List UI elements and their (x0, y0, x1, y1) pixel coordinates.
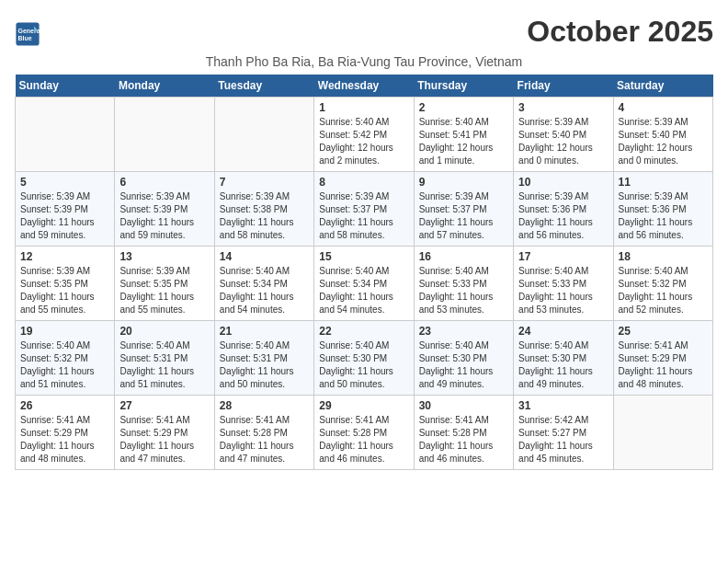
day-number: 30 (419, 399, 508, 412)
day-number: 21 (220, 325, 309, 338)
day-info: Sunrise: 5:41 AM Sunset: 5:29 PM Dayligh… (20, 414, 109, 465)
calendar-cell: 6Sunrise: 5:39 AM Sunset: 5:39 PM Daylig… (115, 172, 214, 247)
day-number: 25 (619, 325, 708, 338)
day-number: 10 (518, 176, 608, 189)
day-info: Sunrise: 5:40 AM Sunset: 5:34 PM Dayligh… (319, 265, 408, 316)
calendar-cell: 30Sunrise: 5:41 AM Sunset: 5:28 PM Dayli… (414, 396, 513, 470)
day-info: Sunrise: 5:41 AM Sunset: 5:28 PM Dayligh… (319, 414, 408, 465)
day-number: 17 (518, 250, 608, 263)
day-number: 6 (119, 176, 209, 189)
calendar-cell: 7Sunrise: 5:39 AM Sunset: 5:38 PM Daylig… (214, 172, 313, 247)
day-number: 11 (619, 176, 708, 189)
day-info: Sunrise: 5:40 AM Sunset: 5:30 PM Dayligh… (419, 339, 508, 391)
weekday-header-friday: Friday (514, 75, 613, 98)
day-info: Sunrise: 5:41 AM Sunset: 5:29 PM Dayligh… (619, 339, 708, 391)
day-info: Sunrise: 5:41 AM Sunset: 5:29 PM Dayligh… (119, 414, 209, 465)
day-number: 31 (518, 399, 608, 412)
calendar-cell: 1Sunrise: 5:40 AM Sunset: 5:42 PM Daylig… (314, 98, 414, 172)
calendar-cell (214, 98, 313, 172)
day-info: Sunrise: 5:40 AM Sunset: 5:33 PM Dayligh… (419, 265, 508, 316)
calendar-cell: 13Sunrise: 5:39 AM Sunset: 5:35 PM Dayli… (115, 247, 214, 321)
day-info: Sunrise: 5:41 AM Sunset: 5:28 PM Dayligh… (220, 414, 309, 465)
day-info: Sunrise: 5:39 AM Sunset: 5:40 PM Dayligh… (518, 116, 608, 167)
day-info: Sunrise: 5:39 AM Sunset: 5:38 PM Dayligh… (220, 190, 309, 242)
day-info: Sunrise: 5:42 AM Sunset: 5:27 PM Dayligh… (518, 414, 608, 465)
day-number: 2 (419, 101, 508, 114)
month-title: October 2025 (527, 15, 713, 49)
calendar-cell: 16Sunrise: 5:40 AM Sunset: 5:33 PM Dayli… (414, 247, 513, 321)
day-number: 4 (619, 101, 708, 114)
calendar-cell: 21Sunrise: 5:40 AM Sunset: 5:31 PM Dayli… (214, 321, 313, 396)
calendar-cell (115, 98, 214, 172)
day-number: 9 (419, 176, 508, 189)
day-number: 28 (220, 399, 309, 412)
day-info: Sunrise: 5:40 AM Sunset: 5:33 PM Dayligh… (518, 265, 608, 316)
calendar-cell (16, 98, 115, 172)
calendar-cell (613, 396, 712, 470)
day-info: Sunrise: 5:40 AM Sunset: 5:31 PM Dayligh… (119, 339, 209, 391)
logo: General Blue (15, 21, 44, 47)
day-number: 26 (20, 399, 109, 412)
day-info: Sunrise: 5:40 AM Sunset: 5:31 PM Dayligh… (220, 339, 309, 391)
calendar-cell: 5Sunrise: 5:39 AM Sunset: 5:39 PM Daylig… (16, 172, 115, 247)
calendar-cell: 15Sunrise: 5:40 AM Sunset: 5:34 PM Dayli… (314, 247, 414, 321)
day-info: Sunrise: 5:39 AM Sunset: 5:37 PM Dayligh… (319, 190, 408, 242)
day-number: 24 (518, 325, 608, 338)
day-info: Sunrise: 5:40 AM Sunset: 5:41 PM Dayligh… (419, 116, 508, 167)
day-number: 14 (220, 250, 309, 263)
day-number: 19 (20, 325, 109, 338)
calendar-cell: 2Sunrise: 5:40 AM Sunset: 5:41 PM Daylig… (414, 98, 513, 172)
day-number: 5 (20, 176, 109, 189)
calendar-table: SundayMondayTuesdayWednesdayThursdayFrid… (15, 75, 713, 470)
calendar-cell: 20Sunrise: 5:40 AM Sunset: 5:31 PM Dayli… (115, 321, 214, 396)
weekday-header-monday: Monday (115, 75, 214, 98)
day-info: Sunrise: 5:39 AM Sunset: 5:39 PM Dayligh… (119, 190, 209, 242)
day-info: Sunrise: 5:39 AM Sunset: 5:40 PM Dayligh… (619, 116, 708, 167)
day-number: 1 (319, 101, 408, 114)
calendar-cell: 14Sunrise: 5:40 AM Sunset: 5:34 PM Dayli… (214, 247, 313, 321)
weekday-header-thursday: Thursday (414, 75, 513, 98)
weekday-header-sunday: Sunday (16, 75, 115, 98)
day-info: Sunrise: 5:41 AM Sunset: 5:28 PM Dayligh… (419, 414, 508, 465)
calendar-cell: 29Sunrise: 5:41 AM Sunset: 5:28 PM Dayli… (314, 396, 414, 470)
weekday-header-wednesday: Wednesday (314, 75, 414, 98)
day-info: Sunrise: 5:40 AM Sunset: 5:42 PM Dayligh… (319, 116, 408, 167)
day-info: Sunrise: 5:40 AM Sunset: 5:32 PM Dayligh… (619, 265, 708, 316)
calendar-cell: 23Sunrise: 5:40 AM Sunset: 5:30 PM Dayli… (414, 321, 513, 396)
calendar-cell: 17Sunrise: 5:40 AM Sunset: 5:33 PM Dayli… (514, 247, 613, 321)
day-number: 29 (319, 399, 408, 412)
calendar-cell: 9Sunrise: 5:39 AM Sunset: 5:37 PM Daylig… (414, 172, 513, 247)
weekday-header-tuesday: Tuesday (214, 75, 313, 98)
day-info: Sunrise: 5:40 AM Sunset: 5:32 PM Dayligh… (20, 339, 109, 391)
general-blue-icon: General Blue (15, 21, 40, 47)
weekday-header-saturday: Saturday (613, 75, 712, 98)
day-info: Sunrise: 5:39 AM Sunset: 5:36 PM Dayligh… (619, 190, 708, 242)
calendar-cell: 12Sunrise: 5:39 AM Sunset: 5:35 PM Dayli… (16, 247, 115, 321)
day-info: Sunrise: 5:39 AM Sunset: 5:36 PM Dayligh… (518, 190, 608, 242)
calendar-cell: 25Sunrise: 5:41 AM Sunset: 5:29 PM Dayli… (613, 321, 712, 396)
day-number: 3 (518, 101, 608, 114)
day-info: Sunrise: 5:39 AM Sunset: 5:37 PM Dayligh… (419, 190, 508, 242)
day-number: 23 (419, 325, 508, 338)
day-info: Sunrise: 5:39 AM Sunset: 5:39 PM Dayligh… (20, 190, 109, 242)
calendar-cell: 26Sunrise: 5:41 AM Sunset: 5:29 PM Dayli… (16, 396, 115, 470)
day-number: 20 (119, 325, 209, 338)
day-info: Sunrise: 5:39 AM Sunset: 5:35 PM Dayligh… (119, 265, 209, 316)
day-number: 8 (319, 176, 408, 189)
calendar-cell: 3Sunrise: 5:39 AM Sunset: 5:40 PM Daylig… (514, 98, 613, 172)
calendar-cell: 28Sunrise: 5:41 AM Sunset: 5:28 PM Dayli… (214, 396, 313, 470)
location-subtitle: Thanh Pho Ba Ria, Ba Ria-Vung Tau Provin… (15, 54, 713, 69)
calendar-cell: 31Sunrise: 5:42 AM Sunset: 5:27 PM Dayli… (514, 396, 613, 470)
day-info: Sunrise: 5:39 AM Sunset: 5:35 PM Dayligh… (20, 265, 109, 316)
svg-text:Blue: Blue (18, 35, 32, 41)
calendar-cell: 8Sunrise: 5:39 AM Sunset: 5:37 PM Daylig… (314, 172, 414, 247)
calendar-cell: 19Sunrise: 5:40 AM Sunset: 5:32 PM Dayli… (16, 321, 115, 396)
day-number: 16 (419, 250, 508, 263)
day-number: 18 (619, 250, 708, 263)
calendar-cell: 27Sunrise: 5:41 AM Sunset: 5:29 PM Dayli… (115, 396, 214, 470)
calendar-cell: 24Sunrise: 5:40 AM Sunset: 5:30 PM Dayli… (514, 321, 613, 396)
svg-rect-0 (16, 22, 39, 45)
day-number: 22 (319, 325, 408, 338)
day-number: 7 (220, 176, 309, 189)
calendar-cell: 4Sunrise: 5:39 AM Sunset: 5:40 PM Daylig… (613, 98, 712, 172)
